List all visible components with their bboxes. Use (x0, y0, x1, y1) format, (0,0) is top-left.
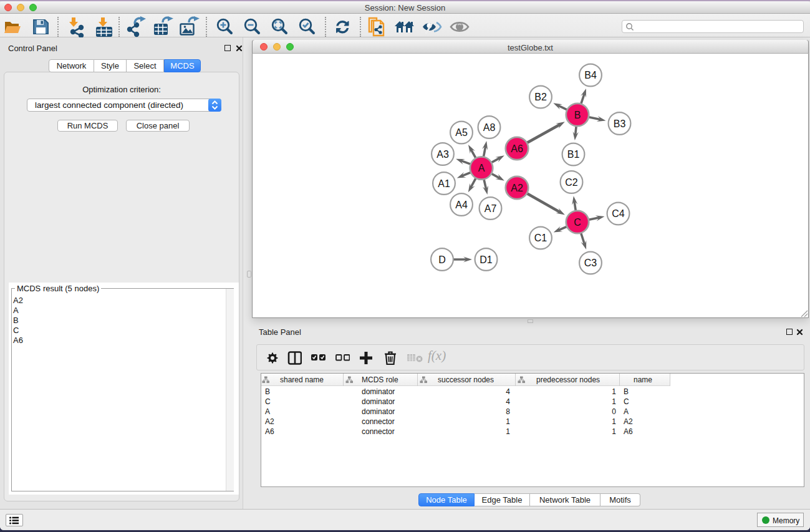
svg-text:C1: C1 (534, 233, 547, 243)
svg-text:C4: C4 (612, 208, 625, 219)
svg-text:A1: A1 (438, 178, 450, 189)
svg-text:A4: A4 (455, 200, 468, 210)
svg-text:B3: B3 (614, 118, 626, 129)
svg-text:D: D (438, 254, 446, 265)
svg-text:C: C (574, 217, 581, 228)
svg-text:A5: A5 (455, 127, 468, 138)
svg-text:A2: A2 (511, 183, 523, 193)
svg-text:A8: A8 (483, 122, 496, 133)
svg-text:C3: C3 (584, 258, 597, 268)
svg-text:D1: D1 (480, 254, 493, 265)
svg-text:A6: A6 (511, 143, 523, 154)
svg-text:B4: B4 (584, 70, 597, 80)
svg-text:B1: B1 (567, 149, 580, 160)
svg-text:B: B (574, 110, 581, 120)
svg-text:B2: B2 (534, 92, 547, 102)
svg-text:A: A (478, 163, 485, 173)
svg-text:A7: A7 (485, 203, 497, 214)
svg-text:C2: C2 (565, 177, 578, 188)
svg-text:A3: A3 (436, 149, 449, 160)
